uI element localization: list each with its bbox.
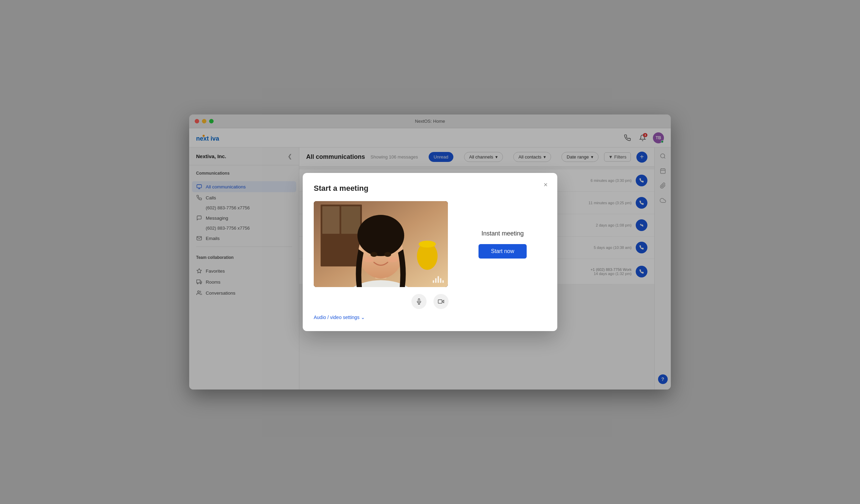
meeting-modal: × Start a meeting (303, 173, 557, 331)
instant-meeting-area: Instant meeting Start now (459, 230, 546, 259)
camera-button[interactable] (433, 294, 449, 309)
modal-title: Start a meeting (314, 184, 546, 193)
svg-point-22 (419, 241, 436, 248)
svg-rect-20 (341, 206, 360, 234)
svg-point-30 (388, 257, 398, 262)
svg-rect-34 (438, 300, 442, 304)
settings-chevron-icon: ⌄ (361, 315, 365, 320)
audio-indicator (433, 276, 444, 283)
svg-point-26 (357, 215, 404, 256)
audio-video-settings-link[interactable]: Audio / video settings ⌄ (314, 315, 546, 320)
mic-icon (416, 298, 422, 305)
camera-icon (438, 298, 444, 305)
modal-content: Instant meeting Start now (314, 201, 546, 287)
modal-overlay[interactable]: × Start a meeting (0, 0, 860, 504)
start-now-button[interactable]: Start now (479, 244, 527, 259)
svg-marker-33 (442, 300, 444, 303)
video-preview (314, 201, 448, 287)
modal-controls (314, 294, 546, 309)
instant-meeting-label: Instant meeting (481, 230, 524, 237)
svg-rect-19 (322, 206, 340, 234)
modal-close-button[interactable]: × (541, 180, 550, 189)
svg-point-27 (370, 252, 377, 257)
svg-point-29 (364, 257, 374, 262)
svg-point-28 (384, 252, 391, 257)
microphone-button[interactable] (411, 294, 427, 309)
